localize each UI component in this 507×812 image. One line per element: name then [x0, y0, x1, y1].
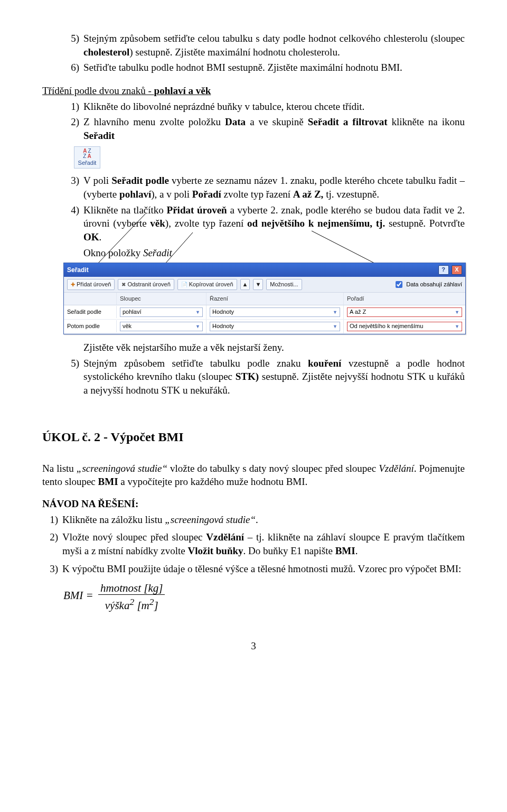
chevron-down-icon: ▼ [455, 323, 459, 330]
row-label: Potom podle [64, 320, 117, 332]
value: Hodnoty [212, 322, 234, 330]
task2-intro: Na listu „screeningová studie“ vložte do… [42, 462, 465, 489]
mid-step-3: 3) V poli Seřadit podle vyberte ze sezna… [63, 174, 465, 201]
num: 3) [42, 562, 62, 576]
remove-level-button[interactable]: ✖ Odstranit úroveň [118, 279, 174, 290]
sort-step-2: 2) Z hlavního menu zvolte položku Data a… [63, 115, 465, 142]
sort-row-1: Seřadit podle pohlaví ▼ Hodnoty ▼ A až Z… [64, 305, 465, 320]
chevron-down-icon: ▼ [333, 309, 337, 315]
sort-za-icon: ZA [77, 154, 98, 159]
eq: = [86, 589, 93, 602]
order-dropdown[interactable]: A až Z ▼ [347, 307, 462, 317]
text: Z hlavního menu zvolte položku Data a ve… [83, 115, 465, 142]
text: Klikněte na tlačítko Přidat úroveň a vyb… [83, 203, 465, 244]
sort-steps: 1) Klikněte do libovolné neprázdné buňky… [63, 100, 465, 143]
num: 6) [63, 61, 83, 74]
window-buttons: ? X [437, 265, 462, 275]
num: 1) [63, 100, 83, 114]
add-level-button[interactable]: ✚ Přidat úroveň [67, 279, 115, 290]
sort-icon-label: Seřadit [78, 160, 97, 166]
checkbox[interactable] [396, 281, 402, 288]
page-number: 3 [42, 639, 465, 653]
col-head: Sloupec [117, 293, 206, 305]
intro-list: 5) Stejným způsobem setřiďte celou tabul… [63, 32, 465, 74]
num: 2) [42, 530, 62, 557]
chevron-down-icon: ▼ [255, 281, 261, 288]
value: Hodnoty [212, 308, 234, 316]
sort-row-2: Potom podle věk ▼ Hodnoty ▼ Od největšíh… [64, 320, 465, 334]
move-down-button[interactable]: ▼ [253, 279, 263, 290]
text: Stejným způsobem setřiďte tabulku podle … [83, 357, 465, 397]
chevron-down-icon: ▼ [195, 323, 200, 330]
num: 3) [63, 174, 83, 201]
task2-step-3: 3) K výpočtu BMI použijte údaje o tělesn… [42, 562, 465, 576]
task2-steps: 1) Klikněte na záložku listu „screeningo… [42, 513, 465, 576]
close-button[interactable]: X [452, 265, 462, 275]
has-header-checkbox[interactable]: Data obsahují záhlaví [393, 279, 462, 290]
text: Klikněte do libovolné neprázdné buňky v … [83, 100, 465, 114]
value: pohlaví [123, 308, 141, 316]
dialog-caption: Okno položky Seřadit [83, 246, 465, 260]
help-button[interactable]: ? [438, 265, 449, 275]
value: Od největšího k nejmenšímu [350, 322, 423, 330]
text: Klikněte na záložku listu „screeningová … [62, 513, 465, 527]
task2-step-1: 1) Klikněte na záložku listu „screeningo… [42, 513, 465, 527]
copy-level-button[interactable]: 📄 Kopírovat úroveň [177, 279, 237, 290]
chevron-down-icon: ▼ [195, 309, 200, 315]
sort-head: Řazení [206, 293, 344, 305]
sort-dialog: Seřadit ? X ✚ Přidat úroveň ✖ Odstranit … [63, 263, 466, 334]
remove-icon: ✖ [121, 281, 126, 288]
dialog-title: Seřadit [67, 266, 89, 274]
intro-item-6: 6) Setřiďte tabulku podle hodnot BMI ses… [63, 61, 465, 74]
label: Odstranit úroveň [127, 281, 170, 288]
label: Přidat úroveň [77, 281, 111, 288]
after-dialog: Zjistěte věk nejstaršího muže a věk nejs… [63, 341, 465, 397]
section-heading: Třídění podle dvou znaků - pohlaví a věk [42, 84, 465, 98]
num: 5) [63, 357, 83, 397]
value: věk [123, 322, 132, 330]
add-icon: ✚ [71, 281, 75, 288]
row-label: Seřadit podle [64, 306, 117, 318]
text: Vložte nový sloupec před sloupec Vzdělán… [62, 530, 465, 557]
column-dropdown[interactable]: pohlaví ▼ [120, 307, 203, 317]
column-dropdown[interactable]: věk ▼ [120, 322, 203, 331]
text: K výpočtu BMI použijte údaje o tělesné v… [62, 562, 465, 576]
denominator: výška2 [m2] [103, 599, 161, 612]
chevron-down-icon: ▼ [455, 309, 459, 315]
fraction: hmotnost [kg] výška2 [m2] [96, 581, 167, 613]
sort-step-1: 1) Klikněte do libovolné neprázdné buňky… [63, 100, 465, 114]
mid-step-4: 4) Klikněte na tlačítko Přidat úroveň a … [63, 203, 465, 244]
sort-ribbon-icon[interactable]: AZ ZA Seřadit [74, 146, 100, 169]
intro-item-5: 5) Stejným způsobem setřiďte celou tabul… [63, 32, 465, 59]
ord-head: Pořadí [344, 293, 465, 305]
bmi-formula: BMI = hmotnost [kg] výška2 [m2] [63, 581, 465, 613]
order-dropdown[interactable]: Od největšího k nejmenšímu ▼ [347, 322, 462, 331]
num: 4) [63, 203, 83, 244]
label: Kopírovat úroveň [189, 281, 233, 288]
sorton-dropdown[interactable]: Hodnoty ▼ [210, 307, 340, 317]
grid-header: Sloupec Řazení Pořadí [64, 293, 465, 305]
dialog-toolbar: ✚ Přidat úroveň ✖ Odstranit úroveň 📄 Kop… [64, 277, 465, 293]
label: Možnosti... [270, 281, 298, 288]
task2-heading: ÚKOL č. 2 - Výpočet BMI [42, 428, 465, 445]
value: A až Z [350, 308, 366, 316]
options-button[interactable]: Možnosti... [266, 279, 302, 290]
task2-step-2: 2) Vložte nový sloupec před sloupec Vzdě… [42, 530, 465, 557]
copy-icon: 📄 [181, 281, 187, 288]
mid-steps: 3) V poli Seřadit podle vyberte ze sezna… [63, 174, 465, 259]
num: 1) [42, 513, 62, 527]
text: Setřiďte tabulku podle hodnot BMI sestup… [83, 61, 465, 74]
numerator: hmotnost [kg] [98, 582, 165, 595]
after-item-5: 5) Stejným způsobem setřiďte tabulku pod… [63, 357, 465, 397]
sorton-dropdown[interactable]: Hodnoty ▼ [210, 322, 340, 331]
num: 5) [63, 32, 83, 59]
move-up-button[interactable]: ▲ [240, 279, 250, 290]
num: 2) [63, 115, 83, 142]
chevron-down-icon: ▼ [333, 323, 337, 330]
lhs: BMI [63, 589, 83, 602]
chevron-up-icon: ▲ [242, 281, 248, 288]
dialog-titlebar[interactable]: Seřadit ? X [64, 263, 465, 277]
after-line: Zjistěte věk nejstaršího muže a věk nejs… [83, 341, 465, 354]
navod-heading: NÁVOD NA ŘEŠENÍ: [42, 497, 465, 511]
text: V poli Seřadit podle vyberte ze seznamu … [83, 174, 465, 201]
